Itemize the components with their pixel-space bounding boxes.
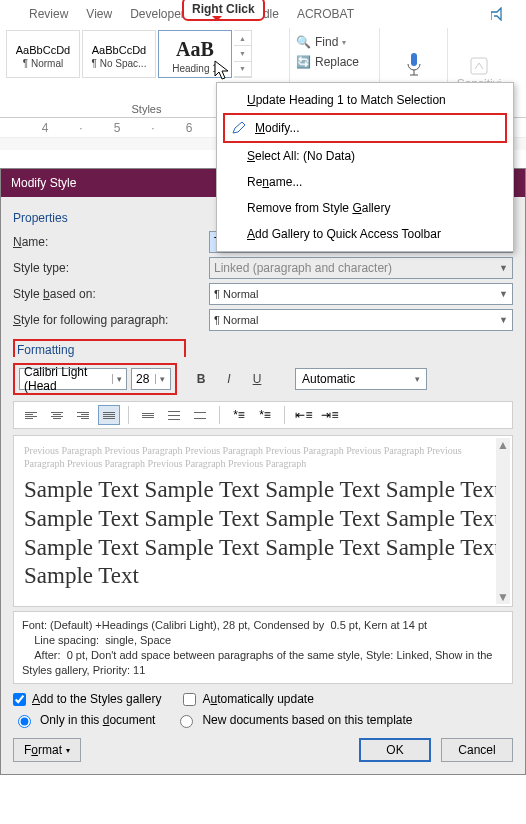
sensitivity-icon [468, 55, 490, 77]
based-on-label: Style based on: [13, 287, 209, 301]
spacing-1-button[interactable] [137, 405, 159, 425]
styles-more[interactable]: ▲ ▼ ▼ [234, 30, 252, 78]
svg-rect-1 [471, 58, 487, 74]
only-document-radio[interactable] [18, 715, 31, 728]
replace-button[interactable]: 🔄Replace [296, 52, 373, 72]
mic-icon[interactable] [404, 52, 424, 78]
ruler-tick: 4 [30, 121, 60, 135]
style-label: ¶ No Spac... [92, 58, 147, 69]
name-label: Name: [13, 235, 209, 249]
add-gallery-label: Add to the Styles gallery [32, 692, 161, 706]
align-center-button[interactable] [46, 405, 68, 425]
mouse-cursor-icon [214, 60, 232, 82]
dialog-title: Modify Style [11, 176, 76, 190]
following-value: ¶ Normal [214, 314, 258, 326]
search-icon: 🔍 [296, 35, 311, 49]
style-type-label: Style type: [13, 261, 209, 275]
right-click-callout: Right Click [182, 0, 265, 21]
space-before-inc-button[interactable]: *≡ [228, 405, 250, 425]
style-label: Heading 1 [172, 63, 218, 74]
menu-label: Rename... [247, 175, 302, 189]
find-label: Find [315, 35, 338, 49]
menu-label: Update Heading 1 to Match Selection [247, 93, 446, 107]
ruler-tick: 6 [174, 121, 204, 135]
format-button[interactable]: Format▾ [13, 738, 81, 762]
font-family-value: Calibri Light (Head [24, 365, 106, 393]
based-on-select[interactable]: ¶ Normal▼ [209, 283, 513, 305]
find-button[interactable]: 🔍Find▾ [296, 32, 373, 52]
chevron-down-icon: ▾ [415, 374, 420, 384]
style-no-spacing[interactable]: AaBbCcDd ¶ No Spac... [82, 30, 156, 78]
preview-scrollbar[interactable]: ▲▼ [496, 438, 510, 604]
preview-pane: Previous Paragraph Previous Paragraph Pr… [13, 435, 513, 607]
auto-update-checkbox[interactable] [183, 693, 196, 706]
tab-review[interactable]: Review [20, 7, 77, 21]
spacing-1-5-button[interactable] [163, 405, 185, 425]
chevron-down-icon: ▾ [155, 374, 165, 384]
scroll-up-icon[interactable]: ▲ [497, 438, 509, 452]
modify-style-dialog: Modify Style ? ✕ Properties Name: Style … [0, 168, 526, 775]
style-type-value: Linked (paragraph and character) [214, 261, 392, 275]
ruler-tick: 5 [102, 121, 132, 135]
based-on-value: ¶ Normal [214, 288, 258, 300]
tab-view[interactable]: View [77, 7, 121, 21]
preview-prev-para: Previous Paragraph Previous Paragraph Pr… [24, 444, 502, 470]
menu-label: Add Gallery to Quick Access Toolbar [247, 227, 441, 241]
preview-sample: Sample Text Sample Text Sample Text Samp… [24, 476, 502, 591]
scroll-down-icon[interactable]: ▼ [497, 590, 509, 604]
underline-button[interactable]: U [247, 369, 267, 389]
style-preview: AaBbCcDd [92, 44, 146, 56]
italic-button[interactable]: I [219, 369, 239, 389]
menu-rename[interactable]: Rename... [217, 169, 513, 195]
chevron-down-icon: ▾ [112, 374, 122, 384]
style-preview: AaBbCcDd [16, 44, 70, 56]
menu-update-to-match[interactable]: Update Heading 1 to Match Selection [217, 87, 513, 113]
chevron-down-icon: ▼ [499, 315, 508, 325]
replace-label: Replace [315, 55, 359, 69]
share-icon[interactable] [482, 7, 516, 21]
svg-rect-0 [411, 53, 417, 66]
menu-select-all[interactable]: Select All: (No Data) [217, 143, 513, 169]
font-family-select[interactable]: Calibri Light (Head▾ [19, 368, 127, 390]
pen-icon [231, 121, 247, 135]
align-right-button[interactable] [72, 405, 94, 425]
chevron-down-icon[interactable]: ▼ [234, 46, 251, 61]
menu-remove-gallery[interactable]: Remove from Style Gallery [217, 195, 513, 221]
ok-button[interactable]: OK [359, 738, 431, 762]
menu-modify[interactable]: Modify... [223, 113, 507, 143]
align-left-button[interactable] [20, 405, 42, 425]
spacing-2-button[interactable] [189, 405, 211, 425]
style-label: ¶ Normal [23, 58, 63, 69]
style-normal[interactable]: AaBbCcDd ¶ Normal [6, 30, 80, 78]
following-select[interactable]: ¶ Normal▼ [209, 309, 513, 331]
menu-label: Select All: (No Data) [247, 149, 355, 163]
chevron-down-icon: ▼ [499, 289, 508, 299]
tab-acrobat[interactable]: ACROBAT [288, 7, 363, 21]
align-justify-button[interactable] [98, 405, 120, 425]
following-label: Style for following paragraph: [13, 313, 209, 327]
new-docs-radio[interactable] [180, 715, 193, 728]
only-document-label: Only in this document [40, 713, 155, 727]
style-preview: AaB [176, 38, 214, 61]
space-before-dec-button[interactable]: *≡ [254, 405, 276, 425]
indent-dec-button[interactable]: ⇤≡ [293, 405, 315, 425]
style-type-select: Linked (paragraph and character)▼ [209, 257, 513, 279]
indent-inc-button[interactable]: ⇥≡ [319, 405, 341, 425]
font-size-select[interactable]: 28▾ [131, 368, 171, 390]
menu-label: Modify... [255, 121, 299, 135]
paragraph-toolbar: *≡ *≡ ⇤≡ ⇥≡ [13, 401, 513, 429]
font-color-value: Automatic [302, 372, 355, 386]
menu-add-qat[interactable]: Add Gallery to Quick Access Toolbar [217, 221, 513, 247]
font-size-value: 28 [136, 372, 149, 386]
menu-label: Remove from Style Gallery [247, 201, 390, 215]
replace-icon: 🔄 [296, 55, 311, 69]
styles-expand-icon[interactable]: ▼ [234, 62, 251, 77]
context-menu: Update Heading 1 to Match Selection Modi… [216, 82, 514, 252]
bold-button[interactable]: B [191, 369, 211, 389]
chevron-up-icon[interactable]: ▲ [234, 31, 251, 46]
cancel-button[interactable]: Cancel [441, 738, 513, 762]
section-formatting: Formatting [13, 339, 186, 357]
style-description: Font: (Default) +Headings (Calibri Light… [13, 611, 513, 684]
add-gallery-checkbox[interactable] [13, 693, 26, 706]
font-color-select[interactable]: Automatic▾ [295, 368, 427, 390]
